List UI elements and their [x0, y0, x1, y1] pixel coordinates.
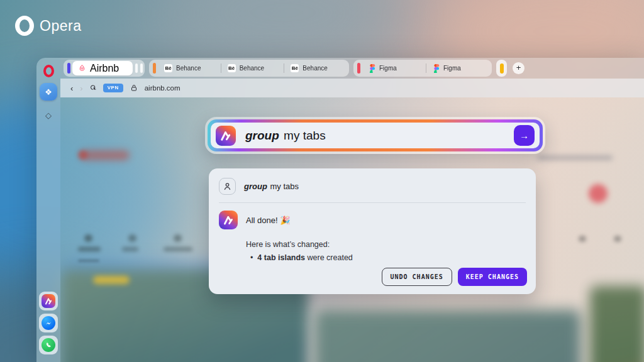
sparkle-icon: ❖	[45, 87, 52, 97]
browser-sidebar: ❖ ◇	[36, 58, 60, 362]
back-button[interactable]: ‹	[70, 84, 73, 92]
aria-result-dialog: group my tabs All done! 🎉 Here is what’s…	[209, 168, 536, 294]
browser-chrome: Airbnb Bē Behance Bē Behance	[60, 58, 644, 97]
tab-behance[interactable]: Bē Behance	[158, 61, 221, 75]
reload-button[interactable]: ⟳	[87, 82, 98, 93]
tab-tools-icon[interactable]: ◇	[45, 111, 52, 120]
island-indicator[interactable]	[67, 63, 70, 74]
vpn-badge[interactable]: VPN	[103, 84, 123, 92]
dialog-actions: UNDO CHANGES KEEP CHANGES	[382, 268, 528, 286]
response-text: All done! 🎉	[246, 216, 290, 225]
opera-logo-icon	[15, 16, 34, 36]
undo-changes-button[interactable]: UNDO CHANGES	[382, 268, 452, 286]
tab-strip: Airbnb Bē Behance Bē Behance	[60, 58, 644, 79]
submit-button[interactable]: →	[514, 125, 535, 146]
browser-window: ❖ ◇	[36, 58, 644, 362]
behance-icon: Bē	[291, 64, 299, 72]
behance-icon: Bē	[228, 64, 236, 72]
listing-photo-blur	[590, 286, 644, 362]
changes-bullet: • 4 tab islands were created	[250, 253, 526, 262]
tab-island-behance: Bē Behance Bē Behance Bē Behance	[149, 60, 349, 77]
user-avatar	[219, 178, 236, 195]
airbnb-logo-icon-blur	[78, 150, 87, 160]
person-icon	[223, 182, 232, 191]
whatsapp-app-button[interactable]	[39, 336, 58, 354]
search-button-blur	[589, 184, 608, 203]
island-indicator[interactable]	[357, 63, 360, 74]
figma-icon	[369, 64, 375, 73]
tab-behance[interactable]: Bē Behance	[284, 61, 347, 75]
palette-query-text[interactable]: group my tabs	[245, 129, 326, 143]
island-indicator	[500, 63, 504, 74]
airbnb-logo-blur	[80, 150, 130, 160]
nav-icon-blur	[579, 236, 586, 242]
tab-label: Behance	[303, 65, 327, 72]
tab-behance[interactable]: Bē Behance	[221, 61, 284, 75]
behance-icon: Bē	[164, 64, 172, 72]
whatsapp-icon	[42, 338, 55, 352]
forward-button[interactable]: ›	[80, 84, 82, 92]
tab-label: Behance	[240, 65, 264, 72]
dialog-divider	[219, 202, 526, 203]
url-text[interactable]: airbnb.com	[145, 84, 180, 92]
nav-icon-blur	[174, 234, 182, 242]
aria-icon	[216, 126, 236, 146]
screenshot-stage: Opera ❖	[0, 0, 644, 362]
messenger-app-button[interactable]	[39, 314, 58, 332]
nav-label-blur	[164, 247, 192, 251]
bullet-bold: 4 tab islands	[257, 253, 305, 262]
tab-figma[interactable]: Figma	[426, 61, 490, 75]
changes-heading: Here is what’s changed:	[246, 240, 526, 249]
listing-badge-blur	[93, 276, 130, 284]
island-indicator[interactable]	[153, 63, 156, 74]
bullet-rest: were created	[305, 253, 353, 262]
island-tab-stub[interactable]	[135, 63, 138, 73]
aria-response-row: All done! 🎉	[219, 211, 526, 229]
figma-icon	[433, 64, 440, 73]
tab-airbnb[interactable]: Airbnb	[72, 61, 133, 75]
tab-label: Airbnb	[90, 63, 119, 74]
user-query-row: group my tabs	[219, 178, 526, 195]
aria-sparkle-button[interactable]: ❖	[40, 83, 57, 101]
nav-label-blur	[122, 247, 138, 251]
opera-brand-name: Opera	[40, 18, 81, 35]
lock-icon	[130, 84, 138, 92]
messenger-icon	[42, 316, 55, 330]
nav-icon-blur	[614, 236, 621, 242]
arrow-right-icon: →	[519, 130, 529, 141]
palette-input-row[interactable]: group my tabs →	[211, 123, 540, 148]
aria-icon	[219, 211, 238, 229]
tab-label: Behance	[176, 65, 201, 72]
opera-menu-icon[interactable]	[43, 65, 54, 77]
opera-brand: Opera	[15, 16, 81, 36]
island-tab-stub[interactable]	[140, 63, 143, 73]
tab-figma[interactable]: Figma	[362, 61, 426, 75]
nav-label-blur	[78, 247, 101, 251]
nav-icon-blur	[128, 234, 136, 242]
tab-island-airbnb: Airbnb	[64, 60, 145, 77]
address-bar: ‹ › ⟳ VPN airbnb.com	[60, 79, 644, 97]
tab-island-figma: Figma Figma	[353, 60, 492, 77]
tab-label: Figma	[379, 65, 397, 72]
aria-app-button[interactable]	[39, 292, 58, 310]
tab-island-collapsed[interactable]	[496, 60, 507, 77]
airbnb-icon	[78, 64, 86, 72]
aria-command-palette: group my tabs →	[205, 117, 545, 154]
user-query-text: group my tabs	[244, 182, 299, 191]
listing-photo-blur	[314, 310, 581, 362]
bullet-glyph: •	[250, 253, 253, 262]
tab-label: Figma	[443, 65, 461, 72]
nav-icon-blur	[84, 234, 92, 242]
query-rest: my tabs	[280, 129, 326, 142]
new-tab-button[interactable]: +	[513, 62, 525, 74]
palette-gradient-border: group my tabs →	[208, 119, 543, 151]
query-verb: group	[245, 129, 279, 142]
aria-icon	[42, 294, 55, 308]
keep-changes-button[interactable]: KEEP CHANGES	[458, 268, 527, 286]
page-header-text-blur	[537, 155, 613, 160]
